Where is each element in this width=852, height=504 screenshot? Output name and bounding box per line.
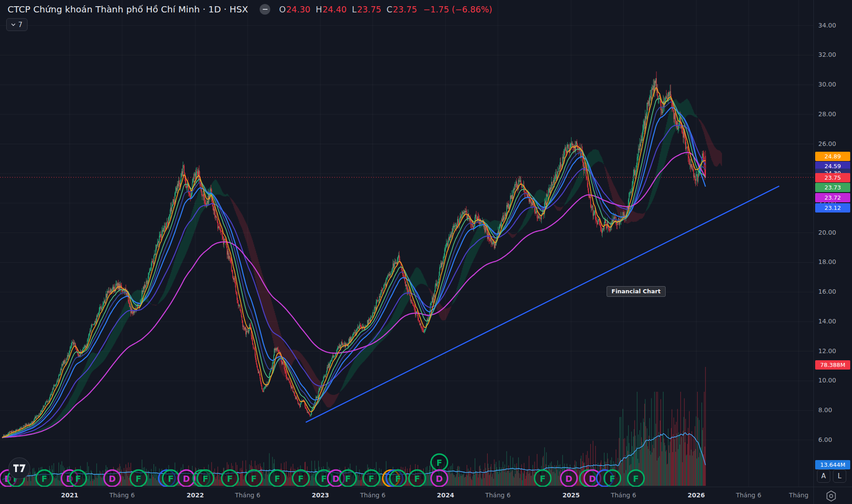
time-tick-year: 2022 bbox=[175, 492, 215, 499]
svg-text:D: D bbox=[183, 474, 190, 484]
event-marker-f-icon[interactable]: F bbox=[390, 470, 406, 487]
axis-corner bbox=[813, 487, 852, 504]
svg-text:F: F bbox=[298, 474, 304, 484]
event-marker-f-icon[interactable]: F bbox=[36, 470, 53, 487]
svg-text:F: F bbox=[136, 474, 142, 484]
svg-text:D: D bbox=[109, 474, 116, 484]
svg-text:F: F bbox=[540, 474, 546, 484]
event-marker-f-icon[interactable]: F bbox=[222, 470, 238, 487]
time-tick-month: Tháng 6 bbox=[353, 492, 393, 499]
time-tick-year: 2023 bbox=[300, 492, 340, 499]
event-marker-f-icon[interactable]: F bbox=[409, 470, 426, 487]
event-marker-d-icon[interactable]: D bbox=[104, 470, 121, 487]
svg-text:D: D bbox=[436, 474, 443, 484]
event-marker-f-icon[interactable]: F bbox=[363, 470, 380, 487]
svg-text:F: F bbox=[251, 474, 257, 484]
hide-symbol-icon[interactable] bbox=[260, 4, 270, 15]
svg-text:F: F bbox=[633, 474, 639, 484]
event-marker-f-icon[interactable]: F bbox=[293, 470, 309, 487]
event-marker-f-icon[interactable]: F bbox=[431, 454, 448, 471]
event-marker-d-icon[interactable]: D bbox=[431, 470, 448, 487]
trend-line[interactable] bbox=[306, 186, 779, 422]
price-label-badge: 23.75 bbox=[815, 173, 850, 182]
volume-bars-down bbox=[2, 367, 706, 486]
price-tick-label: 28.00 bbox=[818, 110, 836, 118]
price-tick-label: 26.00 bbox=[818, 140, 836, 147]
ma-navy bbox=[2, 102, 706, 437]
event-marker-f-icon[interactable]: F bbox=[70, 470, 87, 487]
candle-wicks-down bbox=[2, 71, 706, 438]
event-marker-f-icon[interactable]: F bbox=[246, 470, 262, 487]
chevron-down-icon bbox=[11, 23, 16, 26]
time-tick-month: Tháng bbox=[779, 492, 813, 499]
price-label-badge: 24.89 bbox=[815, 152, 850, 161]
time-tick-year: 2021 bbox=[50, 492, 90, 499]
symbol-title[interactable]: CTCP Chứng khoán Thành phố Hồ Chí Minh ·… bbox=[8, 4, 248, 15]
financial-chart-label[interactable]: Financial Chart bbox=[607, 286, 666, 297]
event-marker-f-icon[interactable]: F bbox=[340, 470, 356, 487]
log-scale-button[interactable]: L bbox=[833, 469, 846, 483]
price-tick-label: 6.00 bbox=[818, 436, 832, 443]
candle-bodies-up bbox=[3, 78, 702, 437]
time-tick-month: Tháng 6 bbox=[102, 492, 142, 499]
symbol-header: CTCP Chứng khoán Thành phố Hồ Chí Minh ·… bbox=[8, 4, 492, 15]
svg-text:F: F bbox=[227, 474, 233, 484]
event-marker-f-icon[interactable]: F bbox=[628, 470, 644, 487]
price-tick-label: 32.00 bbox=[818, 51, 836, 58]
event-marker-d-icon[interactable]: D bbox=[561, 470, 577, 487]
price-tick-label: 20.00 bbox=[818, 229, 836, 236]
price-axis[interactable]: 34.0032.0030.0028.0026.0024.0022.0020.00… bbox=[813, 0, 852, 487]
svg-text:D: D bbox=[565, 474, 572, 484]
event-marker-f-icon[interactable]: F bbox=[130, 470, 147, 487]
cloud-bullish bbox=[18, 99, 697, 437]
svg-text:F: F bbox=[437, 458, 442, 468]
price-tick-label: 14.00 bbox=[818, 318, 836, 325]
price-tick-label: 12.00 bbox=[818, 347, 836, 354]
price-tick-label: 16.00 bbox=[818, 288, 836, 295]
chart-canvas[interactable]: DFFDFDFFDFFFFFFDFFFFFDFDDIFF bbox=[0, 0, 852, 504]
price-tick-label: 8.00 bbox=[818, 406, 832, 413]
event-marker-f-icon[interactable]: F bbox=[604, 470, 621, 487]
trading-chart-app: DFFDFDFFDFFFFFFDFFFFFDFDDIFF CTCP Chứng … bbox=[0, 0, 852, 504]
price-label-badge: 23.12 bbox=[815, 203, 850, 213]
price-tick-label: 18.00 bbox=[818, 258, 836, 265]
close-value: 23.75 bbox=[393, 4, 417, 14]
time-axis[interactable]: 2021Tháng 62022Tháng 62023Tháng 62024Thá… bbox=[0, 487, 813, 504]
tradingview-logo[interactable] bbox=[8, 457, 30, 479]
event-marker-f-icon[interactable]: F bbox=[197, 470, 214, 487]
settings-icon[interactable] bbox=[824, 489, 838, 503]
open-value: 24.30 bbox=[286, 4, 310, 14]
ma-indigo bbox=[2, 125, 706, 437]
open-label: O bbox=[279, 4, 286, 14]
low-label: L bbox=[352, 4, 357, 14]
time-tick-month: Tháng 6 bbox=[604, 492, 643, 499]
price-label-badge: 78.388M bbox=[815, 360, 850, 370]
price-tick-label: 30.00 bbox=[818, 81, 836, 88]
ma-green bbox=[2, 98, 706, 437]
svg-text:F: F bbox=[610, 474, 615, 484]
indicators-collapse-button[interactable]: 7 bbox=[6, 18, 28, 31]
change-value: −1.75 (−6.86%) bbox=[423, 4, 492, 14]
time-tick-year: 2024 bbox=[426, 492, 465, 499]
time-tick-year: 2026 bbox=[676, 492, 716, 499]
svg-text:F: F bbox=[42, 474, 47, 484]
svg-text:F: F bbox=[321, 474, 327, 484]
event-marker-f-icon[interactable]: F bbox=[163, 470, 179, 487]
price-label-badge: 13.644M bbox=[815, 460, 850, 469]
high-label: H bbox=[316, 4, 322, 14]
svg-text:F: F bbox=[395, 474, 401, 484]
high-value: 24.40 bbox=[323, 4, 347, 14]
event-marker-f-icon[interactable]: F bbox=[535, 470, 551, 487]
tradingview-logo-glyph bbox=[13, 464, 26, 472]
svg-text:F: F bbox=[414, 474, 420, 484]
event-marker-d-icon[interactable]: D bbox=[178, 470, 195, 487]
auto-scale-button[interactable]: A bbox=[817, 469, 830, 483]
low-value: 23.75 bbox=[357, 4, 381, 14]
event-marker-f-icon[interactable]: F bbox=[269, 470, 286, 487]
close-label: C bbox=[387, 4, 392, 14]
svg-text:F: F bbox=[203, 474, 209, 484]
minus-icon bbox=[263, 9, 268, 10]
svg-text:D: D bbox=[332, 474, 339, 484]
indicators-count: 7 bbox=[18, 21, 23, 29]
price-label-badge: 23.72 bbox=[815, 193, 850, 202]
